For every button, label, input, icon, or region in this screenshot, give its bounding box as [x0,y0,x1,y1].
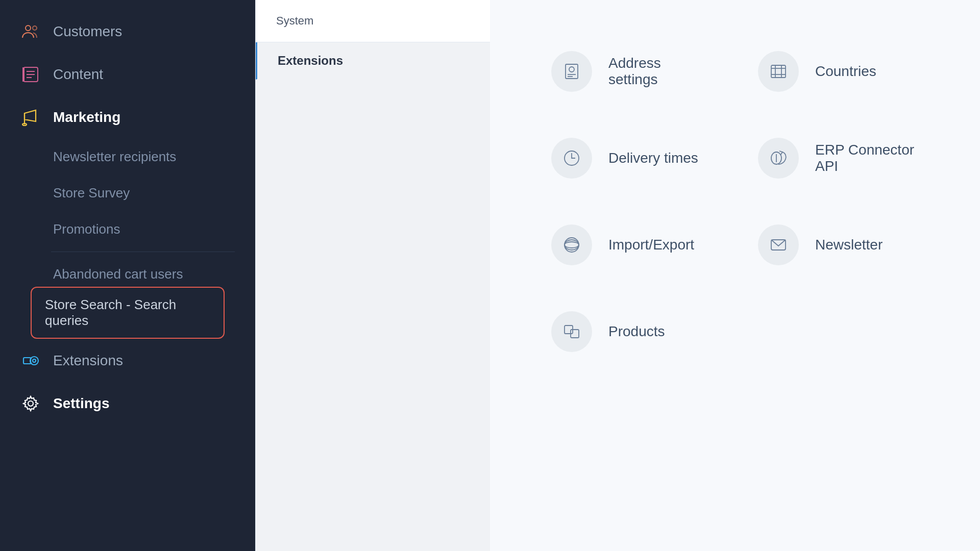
right-card-newsletter[interactable]: Newsletter [738,204,939,286]
right-card-delivery-times[interactable]: Delivery times [531,117,732,199]
right-card-import-export[interactable]: Import/Export [531,204,732,286]
sidebar-subitem-newsletter[interactable]: Newsletter recipients [0,139,255,175]
address-settings-label: Address settings [608,55,712,88]
marketing-subitems: Newsletter recipients Store Survey Promo… [0,139,255,333]
countries-icon [758,51,799,92]
abandoned-label: Abandoned cart users [53,266,183,282]
sidebar-label-marketing: Marketing [53,109,120,126]
erp-icon [758,138,799,179]
svg-line-15 [31,363,32,364]
sidebar-label-extensions: Extensions [53,353,123,369]
svg-point-29 [565,242,579,248]
survey-label: Store Survey [53,185,130,201]
customers-icon [20,21,41,42]
marketing-divider [51,252,235,252]
sidebar-subitem-storesearch[interactable]: Store Search - Search queries [0,292,255,333]
products-icon [551,311,592,352]
svg-point-18 [569,67,574,72]
middle-panel-header: System [256,0,490,42]
right-card-products[interactable]: Products [531,291,732,372]
import-export-label: Import/Export [608,237,694,253]
svg-line-14 [31,358,32,359]
sidebar-item-extensions[interactable]: Extensions [0,339,255,382]
countries-label: Countries [815,63,876,80]
middle-panel-item-extensions[interactable]: Extensions [256,42,490,80]
newsletter-icon [758,224,799,265]
middle-panel: System Extensions [255,0,490,551]
right-card-address-settings[interactable]: Address settings [531,31,732,112]
svg-point-1 [33,26,37,30]
svg-point-16 [28,401,33,406]
right-panel: Address settings Countries Delivery time… [490,0,980,551]
sidebar-label-content: Content [53,66,103,83]
sidebar-item-customers[interactable]: Customers [0,10,255,53]
svg-point-13 [33,359,36,362]
svg-point-0 [26,26,31,31]
promotions-label: Promotions [53,221,120,237]
erp-connector-label: ERP Connector API [815,142,919,174]
sidebar-item-content[interactable]: Content [0,53,255,96]
newsletter-label: Newsletter [815,237,883,253]
middle-panel-extensions-label: Extensions [278,54,343,68]
svg-rect-21 [771,65,786,78]
marketing-icon [20,107,41,128]
delivery-icon [551,138,592,179]
sidebar-label-settings: Settings [53,395,109,412]
address-icon [551,51,592,92]
middle-panel-title: System [276,14,313,27]
delivery-times-label: Delivery times [608,150,698,166]
products-label: Products [608,323,665,340]
svg-marker-7 [24,110,36,121]
extensions-icon [20,350,41,371]
sidebar-item-settings[interactable]: Settings [0,382,255,425]
settings-icon [20,393,41,414]
right-card-erp-connector[interactable]: ERP Connector API [738,117,939,199]
newsletter-label: Newsletter recipients [53,149,176,165]
content-icon [20,64,41,85]
storesearch-label: Store Search - Search queries [45,297,176,328]
sidebar-label-customers: Customers [53,23,122,40]
import-export-icon [551,224,592,265]
store-search-highlighted-box[interactable]: Store Search - Search queries [31,287,225,339]
sidebar-item-marketing[interactable]: Marketing [0,96,255,139]
sidebar-subitem-promotions[interactable]: Promotions [0,211,255,247]
sidebar-subitem-survey[interactable]: Store Survey [0,175,255,211]
right-card-countries[interactable]: Countries [738,31,939,112]
sidebar: Customers Content Marketing [0,0,255,551]
